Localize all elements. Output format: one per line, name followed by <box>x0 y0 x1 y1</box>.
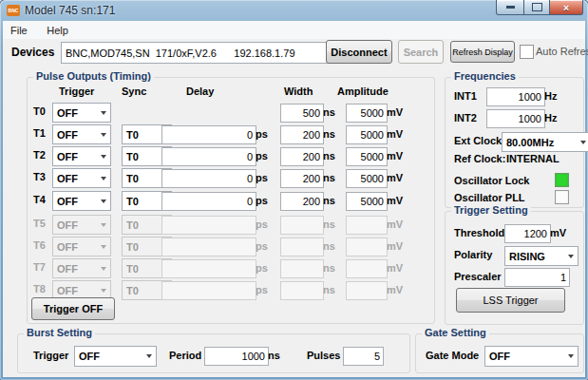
sync-value: T0 <box>126 173 139 184</box>
int2-input[interactable] <box>486 109 545 128</box>
trigger-select[interactable]: OFF <box>52 168 111 188</box>
burst-trigger-value: OFF <box>79 351 100 362</box>
chevron-down-icon <box>101 267 106 271</box>
header-delay: Delay <box>186 86 214 97</box>
delay-unit: ps <box>256 240 268 252</box>
width-unit: ns <box>323 284 335 295</box>
chevron-down-icon <box>580 141 586 144</box>
amplitude-input <box>346 259 388 278</box>
amplitude-input[interactable] <box>346 104 388 123</box>
width-input[interactable] <box>280 169 324 188</box>
threshold-input[interactable] <box>504 224 551 243</box>
oscillator-pll-label: Oscillator PLL <box>454 192 525 203</box>
amplitude-unit: mV <box>387 240 403 252</box>
delay-input <box>161 259 256 278</box>
prescaler-input[interactable] <box>504 268 570 287</box>
width-input[interactable] <box>280 104 324 123</box>
trigger-select: OFF <box>52 258 111 278</box>
menu-file[interactable]: File <box>3 22 35 36</box>
amplitude-unit: mV <box>387 262 403 274</box>
sync-value: T0 <box>126 219 139 231</box>
menu-help[interactable]: Help <box>39 22 76 36</box>
delay-unit: ps <box>256 262 268 274</box>
pulse-row: T3 OFF T0 ps ns mV <box>27 168 433 188</box>
trigger-off-button[interactable]: Trigger OFF <box>31 297 115 320</box>
width-unit: ns <box>323 262 335 274</box>
trigger-select[interactable]: OFF <box>52 124 111 144</box>
width-unit: ns <box>323 172 335 183</box>
trigger-value: OFF <box>57 219 78 231</box>
header-amplitude: Amplitude <box>337 86 389 97</box>
delay-unit: ps <box>256 284 268 295</box>
pulse-outputs-title: Pulse Outputs (Timing) <box>33 70 154 82</box>
gate-mode-select[interactable]: OFF <box>484 346 579 367</box>
amplitude-unit: mV <box>387 195 403 206</box>
chevron-down-icon <box>101 133 106 137</box>
amplitude-input[interactable] <box>346 147 388 166</box>
amplitude-unit: mV <box>387 106 403 118</box>
chevron-down-icon <box>568 255 574 258</box>
trigger-value: OFF <box>57 263 78 275</box>
threshold-unit: mV <box>550 227 566 238</box>
devices-value: BNC,MOD745,SN 171/0xF,V2.6 192.168.1.79 <box>66 48 295 59</box>
polarity-value: RISING <box>509 251 545 262</box>
header-trigger: Trigger <box>59 86 94 97</box>
delay-input <box>161 216 256 235</box>
delay-input[interactable] <box>161 147 256 166</box>
width-unit: ns <box>323 240 335 252</box>
width-input[interactable] <box>280 125 324 144</box>
width-unit: ns <box>323 195 335 206</box>
ref-clock-label: Ref Clock: <box>454 153 505 164</box>
width-input[interactable] <box>280 147 324 166</box>
pulse-row: T2 OFF T0 ps ns mV <box>27 146 433 166</box>
row-label: T5 <box>33 218 46 229</box>
pulses-input[interactable] <box>343 347 384 366</box>
int1-input[interactable] <box>486 87 545 106</box>
period-label: Period <box>169 350 201 361</box>
trigger-select[interactable]: OFF <box>52 103 111 123</box>
period-input[interactable] <box>204 347 269 366</box>
sync-value: T0 <box>126 129 139 141</box>
sync-value: T0 <box>126 241 139 253</box>
auto-refresh-checkbox[interactable] <box>520 45 534 59</box>
delay-input[interactable] <box>161 192 256 211</box>
width-input <box>280 259 324 278</box>
width-unit: ns <box>323 106 335 118</box>
trigger-select: OFF <box>52 237 111 256</box>
burst-trigger-label: Trigger <box>33 350 68 361</box>
lss-trigger-button[interactable]: LSS Trigger <box>456 288 565 313</box>
header-sync: Sync <box>122 86 146 97</box>
burst-trigger-select[interactable]: OFF <box>74 346 157 367</box>
delay-input[interactable] <box>161 125 256 144</box>
trigger-select[interactable]: OFF <box>52 146 111 166</box>
header-width: Width <box>284 86 313 97</box>
amplitude-input[interactable] <box>346 169 388 188</box>
pulse-row: T0 OFF ns mV <box>27 103 433 123</box>
row-label: T1 <box>33 127 46 139</box>
refresh-display-button[interactable]: Refresh Display <box>450 41 515 63</box>
int1-unit: Hz <box>544 90 557 102</box>
oscillator-lock-indicator <box>555 173 569 187</box>
devices-select[interactable]: BNC,MOD745,SN 171/0xF,V2.6 192.168.1.79 <box>61 42 338 64</box>
ext-clock-select[interactable]: 80.00MHz <box>502 132 588 152</box>
threshold-label: Threshold <box>454 227 504 238</box>
trigger-select[interactable]: OFF <box>52 191 111 211</box>
width-input[interactable] <box>280 192 324 211</box>
polarity-label: Polarity <box>454 249 492 260</box>
trigger-value: OFF <box>57 285 78 296</box>
delay-unit: ps <box>256 150 268 162</box>
ref-clock-value: INTERNAL <box>506 153 560 164</box>
delay-input <box>161 238 256 256</box>
amplitude-input[interactable] <box>346 125 388 144</box>
trigger-value: OFF <box>57 151 78 162</box>
amplitude-input[interactable] <box>346 192 388 211</box>
gate-mode-label: Gate Mode <box>426 350 479 361</box>
sync-value: T0 <box>126 263 139 275</box>
pulses-label: Pulses <box>307 350 340 361</box>
int2-unit: Hz <box>544 112 557 124</box>
delay-input[interactable] <box>161 169 256 188</box>
polarity-select[interactable]: RISING <box>504 246 579 266</box>
row-label: T2 <box>33 149 46 161</box>
delay-unit: ps <box>256 172 268 183</box>
disconnect-button[interactable]: Disconnect <box>326 40 392 64</box>
